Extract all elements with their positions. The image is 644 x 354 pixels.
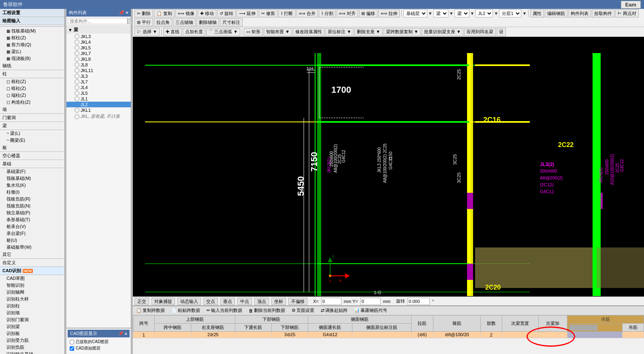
tb-parallel[interactable]: ⊞ 平行 [134, 18, 153, 26]
tree-item-jl2[interactable]: JL2 [66, 102, 131, 107]
td-hanging-1[interactable] [567, 332, 623, 338]
sidebar-cad-recog[interactable]: CAD识别 NEW [0, 267, 64, 275]
tb-component-select[interactable]: JL2 [475, 9, 493, 17]
sidebar-item-found-band[interactable]: 基础板带(W) [0, 244, 64, 251]
tb-edit-rebar[interactable]: 编辑钢筋 [545, 9, 567, 17]
status-rotate-input[interactable] [407, 298, 430, 305]
tb-in-situ[interactable]: 原位标注 ▼ [325, 28, 354, 36]
tb-modify-segment[interactable]: 修改段落属性 [293, 28, 324, 36]
tb-pull-angle[interactable]: 拉点角 [154, 18, 172, 26]
td-hanging-2[interactable] [623, 332, 644, 338]
sidebar-item-recog-beam[interactable]: 识别梁 [0, 323, 64, 330]
tb-two-point[interactable]: ⊢ 两点对 [615, 9, 639, 17]
sidebar-item-end-col[interactable]: ◻ 端柱(Z) [0, 92, 64, 99]
sidebar-drawing-input[interactable]: 绘图输入 [0, 17, 64, 25]
tree-item-jl5[interactable]: JL5 [66, 90, 131, 96]
sidebar-item-smart-recog[interactable]: 智能识别 [0, 282, 64, 289]
sidebar-item-raft-found[interactable]: 筏板基础(M) [0, 175, 64, 182]
td-next-beam-add[interactable] [538, 332, 567, 338]
tb-copy[interactable]: 📋 复制 [154, 9, 175, 17]
layer-checkbox-extracted[interactable] [70, 340, 74, 344]
sidebar-item-recog-col[interactable]: 识别柱 [0, 303, 64, 309]
sidebar-item-ring-beam[interactable]: ~ 圈梁(E) [0, 137, 64, 144]
dp-copy-span[interactable]: 📋 复制跨数据 [134, 307, 166, 314]
sidebar-item-raft-neg-n[interactable]: 筏板负筋(N) [0, 203, 64, 209]
sidebar-item-recog-iso-found[interactable]: 识别独立基础 [0, 351, 64, 354]
layer-checkbox-original[interactable] [70, 346, 74, 351]
tb-move[interactable]: ✚ 移动 [198, 9, 216, 17]
tb-rect[interactable]: ▭ 矩形 [244, 28, 263, 36]
tb-merge[interactable]: ⟺ 合并 [296, 9, 318, 17]
tb-sublayer-select[interactable]: 分层1 [499, 9, 521, 17]
sidebar-item-cast-slab-b[interactable]: ▦ 现浇板(B) [0, 55, 64, 62]
tb-three-point-aux[interactable]: 三点辅轴 [173, 18, 196, 26]
tree-item-jkl5[interactable]: JKL5 [66, 45, 131, 51]
status-orthogonal[interactable]: 正交 [134, 298, 149, 305]
tb-layer-select-2[interactable]: 梁 [433, 9, 448, 17]
sidebar-item-cap-beam[interactable]: 承台梁(F) [0, 230, 64, 237]
sidebar-door-window[interactable]: 门窗洞 [0, 114, 64, 122]
sidebar-column[interactable]: 柱 [0, 70, 64, 78]
sidebar-item-recog-col-detail[interactable]: 识别柱大样 [0, 296, 64, 303]
status-perp[interactable]: 垂点 [220, 298, 235, 305]
status-x-input[interactable] [321, 298, 341, 305]
td-stirrup[interactable]: ⊘8@100/20 [433, 332, 480, 338]
tree-item-jkl7[interactable]: JKL7 [66, 51, 131, 56]
sidebar-item-recog-neg-bar[interactable]: 识别负筋 [0, 344, 64, 351]
tb-offset[interactable]: ⊞ 偏移 [359, 9, 377, 17]
sidebar-item-dark-col[interactable]: ◻ 暗柱(Z) [0, 85, 64, 92]
tb-batch-recog[interactable]: 批量识别梁支座 ▼ [422, 28, 463, 36]
sidebar-item-cad-sketch[interactable]: CAD草图 [0, 275, 64, 282]
sidebar-item-struct-col[interactable]: ◻ 构造柱(Z) [0, 99, 64, 106]
tree-root-beam[interactable]: ▼ 梁 [66, 26, 131, 34]
component-panel-close[interactable]: × [126, 10, 128, 15]
tb-point-length[interactable]: 点加长度 [183, 28, 205, 36]
sidebar-item-pile[interactable]: 桩(U) [0, 237, 64, 244]
tree-item-jkl3[interactable]: JKL3 [66, 34, 131, 39]
tb-type-select[interactable]: 梁 [454, 9, 469, 17]
sidebar-engineering-settings[interactable]: 工程设置 [0, 9, 64, 17]
tb-break[interactable]: ⌇ 打断 [278, 9, 295, 17]
sidebar-item-pile-cap[interactable]: 桩承台(V) [0, 223, 64, 230]
sidebar-item-sump[interactable]: 集水坑(K) [0, 182, 64, 189]
tree-item-jkl1[interactable]: JKL1 [66, 107, 131, 113]
sidebar-item-frame-column-z[interactable]: ▦ 框柱(Z) [0, 34, 64, 41]
sidebar-other[interactable]: 其它 [0, 251, 64, 259]
status-y-input[interactable] [360, 298, 381, 305]
sidebar-item-shear-wall-q[interactable]: ▦ 剪力墙(Q) [0, 41, 64, 48]
status-midpoint[interactable]: 中点 [237, 298, 252, 305]
dp-expose-rebar[interactable]: 📊 暴露钢筋代号 [352, 307, 389, 314]
td-right-seat[interactable]: 2⊘25 [191, 332, 235, 338]
cad-layer-close[interactable]: × [125, 331, 127, 336]
status-intersection[interactable]: 交点 [203, 298, 218, 305]
status-snap[interactable]: 对象捕捉 [151, 298, 175, 305]
tb-apply-same[interactable]: 应用到同名梁 [464, 28, 496, 36]
tree-item-jkl-note[interactable]: JKL, 原有梁, 不计算 [66, 113, 131, 120]
sidebar-item-found-beam[interactable]: 基础梁(F) [0, 168, 64, 175]
dp-delete-current[interactable]: 🗑 删除当前列数据 [247, 307, 287, 314]
tree-item-jl1[interactable]: JL1 [66, 96, 131, 102]
tree-item-jl7[interactable]: JL7 [66, 79, 131, 85]
component-panel-pin[interactable]: 📌 [119, 10, 124, 15]
sidebar-item-recog-door[interactable]: 识别门窗洞 [0, 316, 64, 323]
canvas-area[interactable]: x y × 1-H 1-G 1700 [133, 37, 644, 296]
dp-page-settings[interactable]: ⚙ 页面设置 [290, 307, 316, 314]
tb-align[interactable]: ⟺ 对齐 [337, 9, 358, 17]
tree-item-jkl11[interactable]: JKL11 [66, 68, 131, 73]
sidebar-item-raft-foundation-m[interactable]: ▦ 筏板基础(M) [0, 28, 64, 34]
sidebar-item-isolated-found[interactable]: 独立基础(P) [0, 209, 64, 216]
table-row-1[interactable]: 1 2⊘25 3⊘25 G4⊘12 (⊘6) ⊘8@100/20 2 [133, 332, 644, 338]
sidebar-item-col-pier[interactable]: 柱墩(I) [0, 189, 64, 196]
td-bottom-bar[interactable]: 3⊘25 [271, 332, 308, 338]
tb-mirror[interactable]: ⟺ 镜像 [175, 9, 197, 17]
td-side-original[interactable] [352, 332, 411, 338]
sidebar-beam-group[interactable]: 梁 [0, 122, 64, 130]
tb-pick-component[interactable]: 拾取构件 [592, 9, 614, 17]
tb-delete-aux[interactable]: 删除辅轴 [196, 18, 219, 26]
td-bottom-thru[interactable] [235, 332, 271, 338]
sidebar-foundation[interactable]: 基础 [0, 160, 64, 168]
tb-settings[interactable]: 设 [497, 28, 506, 36]
td-tension[interactable]: (⊘6) [412, 332, 433, 338]
tb-trim[interactable]: ✂ 修剪 [259, 9, 277, 17]
tree-item-jl3[interactable]: JL3 [66, 73, 131, 79]
